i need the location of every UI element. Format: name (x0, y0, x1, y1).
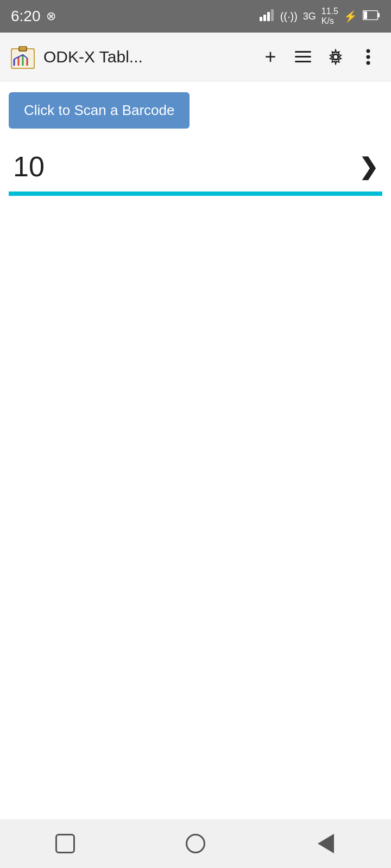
battery-icon (363, 10, 380, 23)
more-button[interactable] (354, 43, 382, 71)
nav-square-button[interactable] (43, 827, 87, 860)
svg-rect-6 (364, 11, 367, 19)
app-title: ODK-X Tabl... (43, 48, 250, 66)
svg-point-20 (367, 49, 370, 53)
cyan-divider (9, 192, 382, 196)
app-bar-actions: + (256, 43, 382, 71)
more-vertical-icon (366, 49, 370, 65)
network-speed: 11.5K/s (321, 7, 338, 25)
signal-bar-icon (260, 9, 275, 24)
nav-back-button[interactable] (304, 827, 348, 860)
chevron-right-icon: ❯ (359, 154, 378, 180)
nav-back-icon (318, 834, 334, 853)
main-content: Click to Scan a Barcode 10 ❯ (0, 81, 391, 207)
gear-icon (327, 49, 344, 65)
nav-circle-icon (186, 834, 205, 853)
add-button[interactable]: + (256, 43, 285, 71)
svg-rect-15 (295, 51, 311, 53)
svg-rect-5 (378, 13, 380, 17)
svg-rect-0 (260, 17, 262, 21)
status-bar-right: ((·)) 3G 11.5K/s ⚡ (260, 7, 380, 25)
svg-rect-10 (20, 47, 26, 50)
hamburger-icon (295, 51, 311, 63)
menu-button[interactable] (289, 43, 317, 71)
settings-button[interactable] (321, 43, 350, 71)
svg-point-21 (367, 55, 370, 59)
charging-icon: ⚡ (344, 10, 357, 23)
svg-rect-2 (267, 12, 270, 21)
svg-rect-16 (295, 56, 311, 58)
svg-rect-3 (271, 9, 274, 21)
list-row-value: 10 (13, 150, 45, 183)
network-type: 3G (303, 11, 316, 22)
svg-point-22 (367, 61, 370, 65)
app-bar: ODK-X Tabl... + (0, 33, 391, 81)
nav-square-icon (55, 834, 75, 853)
status-bar-left: 6:20 ⊗ (11, 8, 56, 25)
status-bar: 6:20 ⊗ ((·)) 3G 11.5K/s ⚡ (0, 0, 391, 33)
svg-rect-17 (295, 61, 311, 62)
svg-rect-1 (263, 15, 266, 21)
dnd-icon: ⊗ (46, 9, 56, 23)
svg-point-19 (333, 54, 338, 59)
add-icon: + (264, 46, 276, 68)
nav-bar (0, 819, 391, 868)
list-row[interactable]: 10 ❯ (9, 142, 382, 192)
nav-home-button[interactable] (174, 827, 217, 860)
status-time: 6:20 (11, 8, 41, 25)
wifi-icon: ((·)) (280, 10, 298, 23)
scan-barcode-button[interactable]: Click to Scan a Barcode (9, 92, 190, 129)
app-logo (9, 43, 37, 71)
